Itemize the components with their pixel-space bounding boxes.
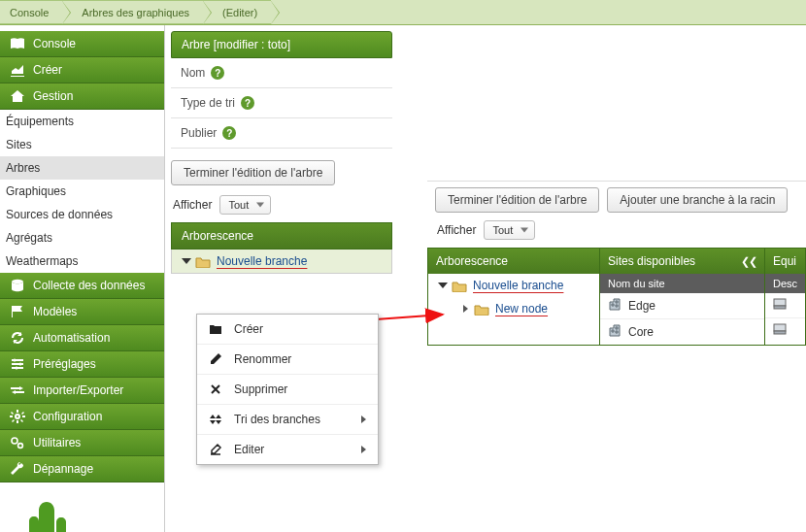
ctx-create[interactable]: Créer (197, 315, 378, 344)
sidebar-item-aggregates[interactable]: Agrégats (0, 226, 164, 249)
add-root-branch-button[interactable]: Ajouter une branche à la racin (607, 187, 788, 213)
svg-rect-10 (774, 324, 786, 331)
help-icon[interactable]: ? (211, 66, 224, 80)
folder-plus-icon (209, 323, 222, 335)
ctx-edit[interactable]: Editer (197, 434, 378, 464)
sidebar-sub-label: Sources de données (6, 208, 113, 221)
tree-node-new-node[interactable]: New node (428, 297, 599, 320)
site-row[interactable]: Core (600, 318, 764, 345)
tree-node-new-branch[interactable]: Nouvelle branche (172, 249, 391, 273)
ctx-label: Tri des branches (234, 413, 320, 426)
svg-point-1 (14, 359, 17, 362)
expand-icon[interactable] (463, 305, 468, 313)
equip-row[interactable] (765, 293, 805, 317)
sidebar-item-create[interactable]: Créer (0, 57, 164, 83)
home-icon (10, 89, 25, 103)
sidebar-sub-label: Graphiques (6, 184, 66, 198)
filter-dropdown[interactable]: Tout (484, 220, 535, 240)
ctx-rename[interactable]: Renommer (197, 344, 378, 374)
expand-icon[interactable] (438, 283, 448, 288)
sidebar-item-troubleshoot[interactable]: Dépannage (0, 456, 164, 482)
sidebar-label: Dépannage (33, 462, 93, 476)
chevron-right-icon (361, 446, 366, 453)
equip-row[interactable] (765, 317, 805, 343)
sidebar-label: Gestion (33, 89, 73, 103)
col-sites-header[interactable]: Sites disponibles ❮❮ (600, 249, 764, 274)
svg-point-2 (19, 363, 22, 366)
sidebar-item-models[interactable]: Modèles (0, 299, 164, 325)
sidebar-item-collect[interactable]: Collecte des données (0, 273, 164, 299)
sliders-icon (10, 357, 25, 371)
context-menu: Créer Renommer Supprimer Tri des branche… (196, 314, 379, 465)
finish-edit-button[interactable]: Terminer l'édition de l'arbre (435, 187, 599, 213)
sidebar-sub-label: Arbres (6, 161, 40, 175)
breadcrumb-edit[interactable]: (Editer) (203, 0, 271, 24)
sidebar-item-console[interactable]: Console (0, 31, 164, 57)
refresh-icon (10, 331, 25, 345)
sidebar-item-manage[interactable]: Gestion (0, 83, 164, 110)
breadcrumb-console[interactable]: Console (0, 0, 62, 24)
folder-icon (195, 255, 211, 268)
filter-dropdown[interactable]: Tout (219, 195, 271, 215)
node-label: Nouvelle branche (217, 254, 307, 268)
expand-icon[interactable] (182, 258, 191, 264)
cactus-logo (0, 482, 164, 532)
gears-icon (10, 436, 25, 449)
site-icon (608, 324, 621, 340)
sidebar-item-equipments[interactable]: Équipements (0, 110, 164, 133)
help-icon[interactable]: ? (241, 96, 254, 110)
sidebar-item-weathermaps[interactable]: Weathermaps (0, 249, 164, 273)
sidebar-item-sites[interactable]: Sites (0, 133, 164, 156)
ctx-label: Créer (234, 322, 263, 336)
sidebar-item-utilities[interactable]: Utilitaires (0, 430, 164, 456)
finish-edit-button[interactable]: Terminer l'édition de l'arbre (171, 160, 335, 185)
ctx-label: Editer (234, 443, 264, 456)
svg-rect-11 (774, 331, 786, 334)
breadcrumb: Console Arbres des graphiques (Editer) (0, 0, 806, 25)
sidebar-label: Automatisation (33, 331, 110, 345)
chart-icon (10, 63, 25, 77)
gear-icon (10, 410, 25, 423)
field-label: Publier (181, 126, 217, 140)
sidebar-label: Collecte des données (33, 279, 145, 292)
ctx-delete[interactable]: Supprimer (197, 374, 378, 404)
ctx-label: Supprimer (234, 382, 287, 396)
sort-icon (209, 413, 222, 426)
sidebar-sub-label: Weathermaps (6, 254, 78, 268)
node-label: New node (495, 302, 548, 316)
device-icon (773, 323, 787, 338)
sidebar-sub-label: Agrégats (6, 231, 52, 245)
help-icon[interactable]: ? (222, 126, 236, 140)
tree-column-header: Arborescence (171, 222, 392, 249)
breadcrumb-trees[interactable]: Arbres des graphiques (62, 0, 203, 24)
filter-label: Afficher (437, 223, 476, 237)
collapse-icon[interactable]: ❮❮ (741, 255, 756, 268)
tree-node-new-branch[interactable]: Nouvelle branche (428, 274, 599, 297)
flag-icon (10, 305, 25, 318)
sidebar-item-automation[interactable]: Automatisation (0, 325, 164, 351)
sidebar-label: Préréglages (33, 357, 96, 371)
field-label: Type de tri (181, 96, 235, 110)
book-icon (10, 37, 25, 50)
folder-icon (474, 303, 489, 316)
sidebar-item-trees[interactable]: Arbres (0, 156, 164, 180)
sidebar-label: Console (33, 37, 76, 50)
ctx-sort-branches[interactable]: Tri des branches (197, 404, 378, 434)
device-icon (773, 298, 787, 313)
sidebar-item-import-export[interactable]: Importer/Exporter (0, 378, 164, 404)
sidebar-item-datasources[interactable]: Sources de données (0, 203, 164, 226)
filter-label: Afficher (173, 198, 212, 212)
col-label: Arborescence (436, 254, 508, 268)
svg-point-0 (12, 280, 23, 283)
sidebar-item-config[interactable]: Configuration (0, 404, 164, 430)
field-publish: Publier ? (171, 118, 392, 149)
site-name: Core (628, 325, 654, 339)
col-equip-subheader: Desc (765, 274, 805, 293)
svg-point-3 (16, 367, 18, 370)
edit-icon (209, 443, 222, 456)
sidebar-item-presets[interactable]: Préréglages (0, 351, 164, 378)
site-row[interactable]: Edge (600, 293, 764, 318)
tree-edit-panel: Arbre [modifier : toto] Nom ? Type de tr… (165, 25, 398, 274)
wrench-icon (10, 462, 25, 476)
sidebar-item-graphs[interactable]: Graphiques (0, 180, 164, 203)
